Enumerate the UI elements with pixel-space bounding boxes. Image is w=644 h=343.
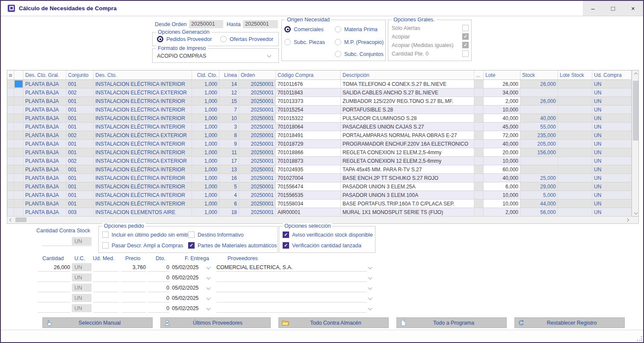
table-row[interactable]: PLANTA BAJA001INSTALACION ELÉCTRICA INTE… (7, 123, 632, 131)
selecci-n-manual-button[interactable]: Selección Manual (42, 317, 153, 328)
table-row[interactable]: PLANTA BAJA002INSTALACION ELÉCTRICA EXTE… (7, 157, 632, 165)
cell-stock[interactable]: 55,000 (520, 123, 558, 131)
dropdown-chevron-icon[interactable] (368, 265, 372, 270)
precio-field[interactable]: 3,760 (121, 263, 146, 272)
cell-lote[interactable]: 10,000 (484, 191, 520, 199)
cell-linea[interactable]: 12 (219, 88, 239, 97)
cell-orden[interactable]: 20250001 (239, 148, 276, 157)
col-header-stock[interactable]: Stock (520, 70, 558, 79)
cell-linea[interactable]: 8 (219, 131, 239, 140)
cell-des_cto[interactable]: INSTALACION ELÉCTRICA INTERIOR (94, 123, 192, 131)
cell-codigo[interactable]: 701013373 (276, 97, 341, 106)
cell-codigo[interactable]: 701556535 (276, 191, 341, 199)
cell-ud[interactable]: UN (592, 123, 632, 131)
row-header-cell[interactable] (7, 88, 14, 97)
cell-des_gral[interactable]: PLANTA BAJA (24, 199, 66, 208)
cell-codigo[interactable]: 701015322 (276, 114, 341, 123)
cell-lote[interactable]: 60,000 (484, 165, 520, 174)
row-select-cell[interactable] (14, 123, 24, 131)
cell-des_cto[interactable]: INSTALACION ELÉCTRICA EXTERIOR (94, 157, 192, 165)
radio-materia-prima[interactable]: Materia Prima (335, 26, 378, 32)
cell-lote[interactable]: 10,000 (484, 199, 520, 208)
cell-des_gral[interactable]: PLANTA BAJA (24, 157, 66, 165)
cell-dots[interactable] (474, 80, 484, 88)
checkbox-icon[interactable]: ✓ (188, 242, 195, 249)
table-row[interactable]: PLANTA BAJA001INSTALACION ELÉCTRICA INTE… (7, 140, 632, 148)
dto-field[interactable]: 0 (148, 263, 169, 272)
radio-comerciales[interactable]: Comerciales (284, 26, 323, 32)
cell-conjunto[interactable]: 002 (66, 88, 94, 97)
checkbox-cantidad-pte[interactable]: Cantidad Pte. 0 (392, 50, 469, 57)
row-select-cell[interactable] (14, 140, 24, 148)
cell-descripcion[interactable]: SALIDA CABLES ANCHO S.27 BL.NIEVE (341, 88, 474, 97)
cell-linea[interactable]: 17 (219, 157, 239, 165)
cell-des_gral[interactable]: PLANTA BAJA (24, 114, 66, 123)
row-select-cell[interactable] (14, 174, 24, 182)
scroll-left-arrow[interactable] (7, 217, 15, 223)
checkbox-partes-materiales[interactable]: ✓ Partes de Materiales automáticos (188, 242, 277, 249)
dropdown-chevron-icon[interactable] (368, 286, 372, 290)
cell-lote[interactable]: 10,000 (484, 157, 520, 165)
cell-des_gral[interactable]: PLANTA BAJA (24, 165, 66, 174)
checkbox-acopiar-medidas[interactable]: Acopiar (Medidas iguales) ✓ (392, 42, 469, 48)
proveedor-field[interactable] (216, 294, 367, 302)
cell-ud[interactable]: UN (592, 88, 632, 97)
precio-field[interactable] (121, 304, 146, 313)
cell-lote[interactable]: 10,000 (484, 106, 520, 114)
dropdown-chevron-icon[interactable] (207, 276, 211, 280)
cell-lote_stock[interactable] (558, 199, 592, 208)
cell-des_gral[interactable]: PLANTA BAJA (24, 97, 66, 106)
checkbox-solo-alertas[interactable]: Sólo Alertas (392, 25, 469, 31)
cell-orden[interactable]: 20250001 (239, 123, 276, 131)
cell-ctd[interactable]: 1,000 (192, 199, 219, 208)
cell-lote[interactable]: 26,000 (484, 80, 520, 88)
resize-grip-icon[interactable] (637, 336, 642, 341)
cell-linea[interactable]: 13 (219, 165, 239, 174)
cell-dots[interactable] (474, 97, 484, 106)
cantidad-field[interactable] (38, 273, 70, 282)
scroll-right-arrow[interactable] (623, 217, 631, 223)
proveedor-field[interactable] (216, 273, 367, 282)
-ltimos-proveedores-button[interactable]: Últimos Proveedores (160, 317, 271, 328)
cell-codigo[interactable]: 701018873 (276, 157, 341, 165)
cell-des_gral[interactable]: PLANTA BAJA (24, 106, 66, 114)
cell-des_gral[interactable]: PLANTA BAJA (24, 131, 66, 140)
cell-codigo[interactable]: 701556474 (276, 182, 341, 191)
cell-codigo[interactable]: 701018491 (276, 131, 341, 140)
cell-des_gral[interactable]: PLANTA BAJA (24, 80, 66, 88)
vertical-scroll-thumb[interactable] (633, 81, 638, 141)
cell-dots[interactable] (474, 165, 484, 174)
cell-ud[interactable]: UN (592, 114, 632, 123)
checkbox-verificacion-cantidad[interactable]: ✓ Verificación cantidad lanzada (283, 242, 361, 249)
cell-ud[interactable]: UN (592, 165, 632, 174)
cell-linea[interactable]: 14 (219, 80, 239, 88)
cell-dots[interactable] (474, 191, 484, 199)
cell-lote_stock[interactable] (558, 165, 592, 174)
cell-stock[interactable]: 25,000 (520, 174, 558, 182)
col-header-c0[interactable] (7, 70, 14, 79)
cell-ud[interactable]: UN (592, 174, 632, 182)
cell-descripcion[interactable]: BASE PORTAFUS.TRIP.160A T.0 C/PLACA SEP. (341, 199, 474, 208)
f-entrega-field[interactable]: 05/02/2025 (172, 284, 202, 292)
checkbox-icon[interactable] (102, 242, 109, 249)
cell-dots[interactable] (474, 182, 484, 191)
f-entrega-field[interactable]: 05/02/2025 (172, 273, 202, 282)
cell-ctd[interactable]: 1,000 (192, 97, 219, 106)
cell-conjunto[interactable]: 001 (66, 148, 94, 157)
cell-des_gral[interactable]: PLANTA BAJA (24, 191, 66, 199)
cell-lote[interactable]: 40,000 (484, 114, 520, 123)
dropdown-chevron-icon[interactable] (207, 286, 211, 290)
checkbox-icon[interactable] (462, 25, 469, 31)
cell-conjunto[interactable]: 001 (66, 165, 94, 174)
cell-des_cto[interactable]: INSTALACION ELÉCTRICA INTERIOR (94, 199, 192, 208)
cell-des_cto[interactable]: INSTALACION ELÉCTRICA INTERIOR (94, 182, 192, 191)
cell-ctd[interactable]: 1,000 (192, 174, 219, 182)
row-select-cell[interactable] (14, 114, 24, 123)
hasta-input[interactable]: 20250001 (243, 20, 278, 28)
cell-ctd[interactable]: 1,000 (192, 191, 219, 199)
cell-des_gral[interactable]: PLANTA BAJA (24, 182, 66, 191)
cell-lote_stock[interactable] (558, 191, 592, 199)
cell-descripcion[interactable]: PASADOR UNION 3 ELEM.100A (341, 191, 474, 199)
close-button[interactable]: × (623, 1, 643, 16)
cell-orden[interactable]: 20250001 (239, 88, 276, 97)
